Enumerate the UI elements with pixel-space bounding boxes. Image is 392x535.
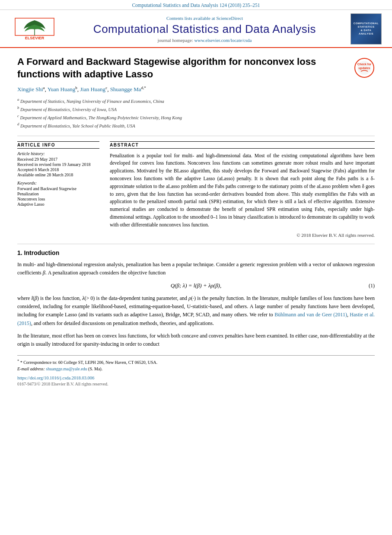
- footnote-email: E-mail address: shuangge.ma@yale.edu (S.…: [17, 366, 375, 371]
- footnote-section: * * Correspondence to: 60 College ST, LE…: [17, 355, 375, 371]
- homepage-link[interactable]: www.elsevier.com/locate/csda: [194, 38, 252, 43]
- affiliation-a: a Department of Statistics, Nanjing Univ…: [17, 97, 375, 105]
- footnote-correspondence: * * Correspondence to: 60 College ST, LE…: [17, 359, 375, 365]
- affiliation-d: d Department of Biostatistics, Yale Scho…: [17, 121, 375, 129]
- homepage-label: journal homepage:: [158, 38, 193, 43]
- history-label: Article history:: [17, 151, 99, 156]
- author-yuan[interactable]: Yuan Huang: [48, 86, 76, 93]
- keywords-section: Keywords: Forward and Backward Stagewise…: [17, 181, 99, 207]
- article-history: Article history: Received 29 May 2017 Re…: [17, 151, 99, 177]
- journal-cover-image: COMPUTATIONALSTATISTICS& DATAANALYSIS: [351, 13, 382, 45]
- bottom-copyright: 0167-9473/© 2018 Elsevier B.V. All right…: [17, 382, 375, 386]
- article-title-section: A Forward and Backward Stagewise algorit…: [17, 56, 375, 80]
- correspondence-text: * Correspondence to: 60 College ST, LEPH…: [20, 360, 158, 365]
- author-jian[interactable]: Jian Huang: [80, 86, 105, 93]
- authors-line: Xingjie Shia, Yuan Huangb, Jian Huangc, …: [17, 86, 375, 93]
- sciencedirect-text: Contents lists available at ScienceDirec…: [166, 16, 243, 21]
- email-link[interactable]: shuangge.ma@yale.edu: [46, 366, 87, 371]
- abstract-copyright: © 2018 Elsevier B.V. All rights reserved…: [110, 232, 375, 238]
- homepage-line: journal homepage: www.elsevier.com/locat…: [158, 38, 252, 43]
- abstract-heading: Abstract: [110, 141, 375, 149]
- affiliations: a Department of Statistics, Nanjing Univ…: [17, 97, 375, 130]
- journal-title: Computational Statistics and Data Analys…: [93, 22, 316, 36]
- history-revised: Received in revised form 19 January 2018: [17, 162, 99, 167]
- doi-section: https://doi.org/10.1016/j.csda.2018.03.0…: [17, 376, 375, 380]
- article-info-heading: Article Info: [17, 141, 99, 149]
- keyword-3: Nonconvex loss: [17, 197, 99, 201]
- abstract-section: Abstract Penalization is a popular tool …: [110, 141, 375, 238]
- sup-a: a: [43, 86, 45, 90]
- section-title: Introduction: [24, 249, 60, 256]
- main-content: A Forward and Backward Stagewise algorit…: [0, 48, 392, 394]
- sciencedirect-link[interactable]: ScienceDirect: [216, 16, 243, 21]
- svg-text:Check for: Check for: [357, 63, 372, 66]
- journal-header: ELSEVIER Contents lists available at Sci…: [0, 10, 392, 48]
- divider-2: [17, 244, 375, 244]
- article-info-panel: Article Info Article history: Received 2…: [17, 141, 99, 238]
- journal-cover-area: COMPUTATIONALSTATISTICS& DATAANALYSIS: [349, 13, 383, 45]
- divider-1: [17, 136, 375, 136]
- sup-d: d,*: [141, 86, 146, 90]
- intro-paragraph-1: In multi- and high-dimensional regressio…: [17, 261, 375, 277]
- author-xingjie[interactable]: Xingjie Shi: [17, 86, 43, 93]
- author-shuangge[interactable]: Shuangge Ma: [110, 86, 141, 93]
- history-accepted: Accepted 6 March 2018: [17, 167, 99, 172]
- email-label: E-mail address:: [17, 366, 45, 371]
- keywords-label: Keywords:: [17, 181, 99, 185]
- history-online: Available online 28 March 2018: [17, 172, 99, 177]
- elsevier-logo-area: ELSEVIER: [9, 13, 61, 45]
- doi-link[interactable]: https://doi.org/10.1016/j.csda.2018.03.0…: [17, 376, 94, 380]
- email-person: (S. Ma).: [88, 366, 102, 371]
- svg-text:ELSEVIER: ELSEVIER: [25, 36, 45, 40]
- check-for-updates-badge: Check for updates: [354, 57, 375, 78]
- keyword-1: Forward and Backward Stagewise: [17, 186, 99, 191]
- sup-c: c: [105, 86, 107, 90]
- info-abstract-columns: Article Info Article history: Received 2…: [17, 141, 375, 238]
- footnote-star: *: [17, 359, 19, 363]
- affiliation-c: c Department of Applied Mathematics, The…: [17, 113, 375, 121]
- elsevier-logo-icon: ELSEVIER: [13, 16, 56, 42]
- formula-1-number: (1): [369, 283, 375, 289]
- section-number: 1.: [17, 249, 22, 256]
- introduction-section: 1. Introduction In multi- and high-dimen…: [17, 249, 375, 349]
- abstract-text: Penalization is a popular tool for multi…: [110, 152, 375, 229]
- formula-1-line: Q(β; λ) = l(β) + λρ(β), (1): [17, 282, 375, 289]
- intro-paragraph-3: In the literature, most effort has been …: [17, 332, 375, 348]
- formula-1: Q(β; λ) = l(β) + λρ(β),: [171, 282, 221, 289]
- intro-paragraph-2: where l(β) is the loss function, λ(> 0) …: [17, 294, 375, 328]
- affiliation-b: b Department of Biostatistics, Universit…: [17, 105, 375, 113]
- keyword-2: Penalization: [17, 191, 99, 196]
- section-1-heading: 1. Introduction: [17, 249, 375, 256]
- journal-citation-bar: Computational Statistics and Data Analys…: [0, 0, 392, 10]
- history-received: Received 29 May 2017: [17, 157, 99, 162]
- journal-title-area: Contents lists available at ScienceDirec…: [65, 13, 344, 45]
- ref-buhlmann[interactable]: Bühlmann and van de Geer (2011): [274, 312, 347, 318]
- svg-text:updates: updates: [359, 67, 370, 70]
- article-title: A Forward and Backward Stagewise algorit…: [17, 56, 349, 80]
- keyword-4: Adaptive Lasso: [17, 202, 99, 207]
- sup-b: b: [75, 86, 77, 90]
- journal-citation: Computational Statistics and Data Analys…: [132, 3, 260, 8]
